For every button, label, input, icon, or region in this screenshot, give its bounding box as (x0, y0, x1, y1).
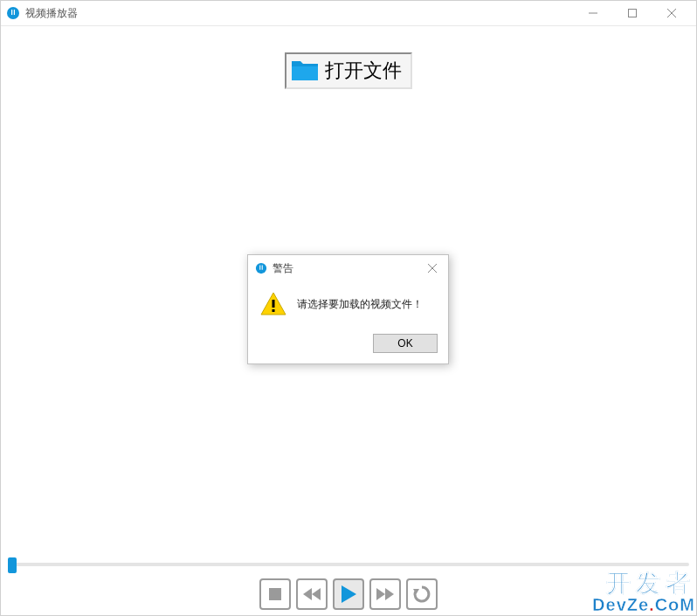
forward-button[interactable] (369, 578, 401, 610)
ok-button[interactable]: OK (373, 334, 438, 353)
dialog-title: 警告 (273, 261, 418, 276)
svg-rect-21 (273, 309, 275, 312)
svg-marker-8 (303, 588, 312, 600)
folder-icon (290, 58, 320, 84)
dialog-footer: OK (248, 327, 448, 363)
warning-dialog: 警告 请选择要加载的视频文件！ OK (247, 254, 449, 364)
forward-icon (376, 586, 395, 602)
app-icon (6, 6, 20, 20)
close-button[interactable] (652, 1, 691, 25)
close-icon (428, 264, 437, 273)
ok-label: OK (397, 337, 412, 350)
minimize-icon (589, 9, 597, 17)
stop-button[interactable] (259, 578, 291, 610)
playback-controls (1, 577, 696, 615)
svg-marker-10 (342, 585, 356, 603)
svg-point-14 (256, 263, 266, 273)
window-controls (573, 1, 691, 25)
svg-marker-9 (312, 588, 321, 600)
close-icon (667, 9, 676, 17)
svg-marker-11 (376, 588, 385, 600)
rewind-icon (302, 586, 321, 602)
minimize-button[interactable] (573, 1, 612, 25)
svg-marker-12 (385, 588, 394, 600)
rewind-button[interactable] (296, 578, 328, 610)
svg-rect-20 (273, 300, 275, 308)
dialog-app-icon (255, 262, 267, 274)
dialog-message: 请选择要加载的视频文件！ (297, 297, 423, 312)
open-file-label: 打开文件 (325, 58, 402, 84)
window-title: 视频播放器 (25, 6, 573, 21)
svg-rect-7 (269, 588, 281, 600)
svg-rect-2 (14, 10, 15, 15)
maximize-button[interactable] (612, 1, 652, 25)
repeat-button[interactable] (406, 578, 438, 610)
dialog-titlebar: 警告 (248, 255, 448, 281)
slider-handle[interactable] (8, 557, 17, 573)
stop-icon (267, 586, 283, 602)
maximize-icon (628, 9, 637, 17)
slider-track (8, 563, 689, 566)
titlebar: 视频播放器 (1, 1, 696, 26)
play-icon (340, 585, 357, 604)
open-file-button[interactable]: 打开文件 (285, 52, 412, 89)
svg-rect-1 (11, 10, 12, 15)
svg-rect-4 (628, 10, 636, 17)
warning-icon (260, 292, 286, 316)
repeat-icon (412, 585, 431, 604)
progress-slider[interactable] (1, 552, 696, 577)
dialog-body: 请选择要加载的视频文件！ (248, 281, 448, 327)
dialog-close-button[interactable] (424, 260, 441, 277)
svg-point-0 (7, 7, 19, 19)
svg-rect-15 (259, 266, 260, 270)
play-button[interactable] (333, 578, 364, 610)
svg-rect-16 (262, 266, 263, 270)
